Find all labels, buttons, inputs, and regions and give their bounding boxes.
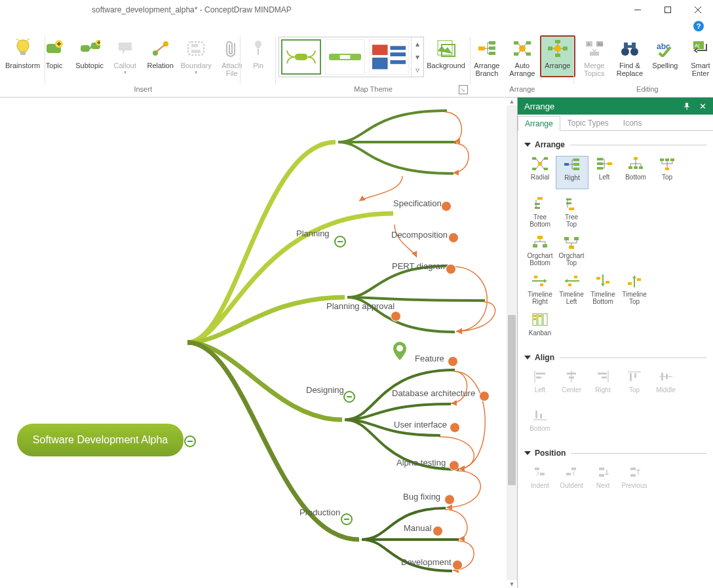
collapse-icon[interactable] (184, 435, 196, 447)
topic-production[interactable]: Production (299, 507, 340, 517)
relation-handle-icon[interactable] (479, 391, 490, 401)
relation-handle-icon[interactable] (391, 311, 401, 322)
leaf-pert[interactable]: PERT diagram (392, 261, 448, 271)
svg-rect-104 (543, 314, 547, 325)
svg-rect-38 (548, 46, 552, 50)
relation-handle-icon[interactable] (433, 526, 443, 536)
relation-handle-icon[interactable] (444, 494, 455, 505)
panel-close-icon[interactable]: ✕ (696, 101, 709, 111)
theme-thumb-3[interactable] (369, 39, 409, 75)
svg-rect-7 (81, 45, 90, 52)
arrange-timeline-bottom[interactable]: Timeline Bottom (587, 273, 619, 305)
auto-arrange-button[interactable]: Auto Arrange (505, 35, 540, 77)
svg-rect-77 (670, 158, 674, 161)
arrange-branch-button[interactable]: Arrange Branch (469, 35, 505, 77)
leaf-alpha[interactable]: Alpha testing (396, 458, 446, 468)
canvas[interactable]: Software Development Alpha Planning Plan… (0, 98, 517, 588)
arrange-bottom[interactable]: Bottom (620, 156, 651, 189)
arrange-top[interactable]: Top (651, 156, 683, 189)
arrange-radial[interactable]: Radial (524, 156, 556, 189)
relation-handle-icon[interactable] (441, 201, 452, 211)
svg-rect-44 (590, 52, 599, 56)
spelling-button[interactable]: abcSpelling (647, 35, 683, 77)
collapse-icon[interactable] (343, 391, 355, 403)
theme-thumb-2[interactable] (325, 39, 365, 75)
svg-rect-1 (665, 7, 671, 13)
help-icon[interactable]: ? (693, 21, 704, 31)
vertical-scrollbar[interactable]: ▲ ▼ (507, 105, 517, 580)
theme-gallery[interactable]: ▴▾▿ (279, 37, 424, 77)
chevron-down-icon[interactable] (524, 356, 531, 359)
arrange-orgchart-bottom[interactable]: Orgchart Bottom (524, 234, 556, 266)
topic-button[interactable]: Topic (37, 35, 72, 77)
svg-rect-131 (599, 474, 604, 477)
leaf-ui[interactable]: User interface (394, 420, 447, 430)
arrange-right[interactable]: Right (556, 156, 588, 189)
relation-handle-icon[interactable] (452, 560, 463, 570)
subtopic-button[interactable]: Subtopic (72, 35, 107, 77)
arrange-tree-top[interactable]: Tree Top (556, 196, 587, 228)
topic-planning-approval[interactable]: Planning approval (326, 301, 395, 311)
svg-rect-109 (536, 373, 545, 375)
arrange-left[interactable]: Left (588, 156, 620, 189)
svg-rect-97 (596, 277, 600, 280)
relation-handle-icon[interactable] (448, 356, 458, 367)
maximize-button[interactable] (653, 0, 683, 20)
relation-handle-icon[interactable] (446, 264, 456, 274)
leaf-bugfix1[interactable]: Bug fixing (403, 492, 440, 502)
relation-handle-icon[interactable] (449, 460, 459, 471)
leaf-feature[interactable]: Feature (415, 354, 444, 363)
spelling-icon: abc (655, 38, 676, 59)
tab-icons[interactable]: Icons (616, 115, 649, 130)
arrange-timeline-top[interactable]: Timeline Top (619, 273, 650, 305)
theme-thumb-1[interactable] (281, 39, 321, 75)
central-topic[interactable]: Software Development Alpha (17, 424, 183, 456)
maptheme-launcher-icon[interactable]: ↘ (459, 85, 468, 94)
svg-rect-48 (632, 43, 636, 49)
scroll-thumb[interactable] (508, 315, 516, 485)
arrange-kanban[interactable]: Kanban (524, 312, 556, 344)
arrange-timeline-left[interactable]: Timeline Left (556, 273, 587, 305)
group-label-maptheme: Map Theme (354, 85, 393, 96)
background-button[interactable]: Background (424, 35, 468, 69)
relation-handle-icon[interactable] (448, 232, 459, 243)
chevron-down-icon[interactable] (524, 451, 531, 455)
svg-rect-87 (569, 246, 574, 249)
arrange-tree-bottom[interactable]: Tree Bottom (524, 196, 556, 228)
smart-enter-button[interactable]: A|Smart Enter (683, 35, 713, 77)
leaf-specification[interactable]: Specification (393, 198, 442, 208)
gallery-more-icon[interactable]: ▿ (412, 64, 423, 77)
svg-rect-129 (566, 473, 571, 475)
relation-button[interactable]: Relation (143, 35, 178, 77)
tab-topic-types[interactable]: Topic Types (560, 115, 616, 130)
svg-rect-130 (599, 468, 604, 470)
gallery-up-icon[interactable]: ▴ (412, 37, 423, 50)
leaf-manual[interactable]: Manual (404, 523, 432, 533)
collapse-icon[interactable] (341, 513, 353, 525)
svg-rect-106 (539, 315, 541, 317)
minimize-button[interactable] (623, 0, 653, 20)
position-indent: Indent (524, 464, 556, 496)
svg-rect-28 (489, 46, 495, 50)
arrange-button[interactable]: Arrange (540, 35, 575, 77)
topic-designing[interactable]: Designing (306, 385, 344, 395)
svg-rect-92 (540, 284, 543, 286)
svg-rect-23 (391, 60, 406, 64)
leaf-dev[interactable]: Development (401, 557, 452, 567)
scroll-up-icon[interactable]: ▲ (507, 98, 517, 105)
leaf-decomposition[interactable]: Decomposition (391, 230, 448, 240)
relation-handle-icon[interactable] (450, 422, 460, 433)
arrange-orgchart-top[interactable]: Orgchart Top (556, 234, 587, 266)
gallery-down-icon[interactable]: ▾ (412, 50, 423, 64)
leaf-db-arch[interactable]: Database architecture (392, 388, 475, 398)
topic-planning[interactable]: Planning (296, 229, 330, 238)
collapse-icon[interactable] (334, 236, 346, 248)
tab-arrange[interactable]: Arrange (518, 116, 560, 131)
arrange-timeline-right[interactable]: Timeline Right (524, 273, 556, 305)
close-button[interactable] (683, 0, 713, 20)
chevron-down-icon[interactable] (524, 143, 531, 147)
scroll-down-icon[interactable]: ▼ (507, 580, 517, 588)
svg-rect-69 (597, 167, 603, 170)
panel-pin-icon[interactable] (683, 102, 696, 110)
find-replace-button[interactable]: Find & Replace (612, 35, 647, 77)
